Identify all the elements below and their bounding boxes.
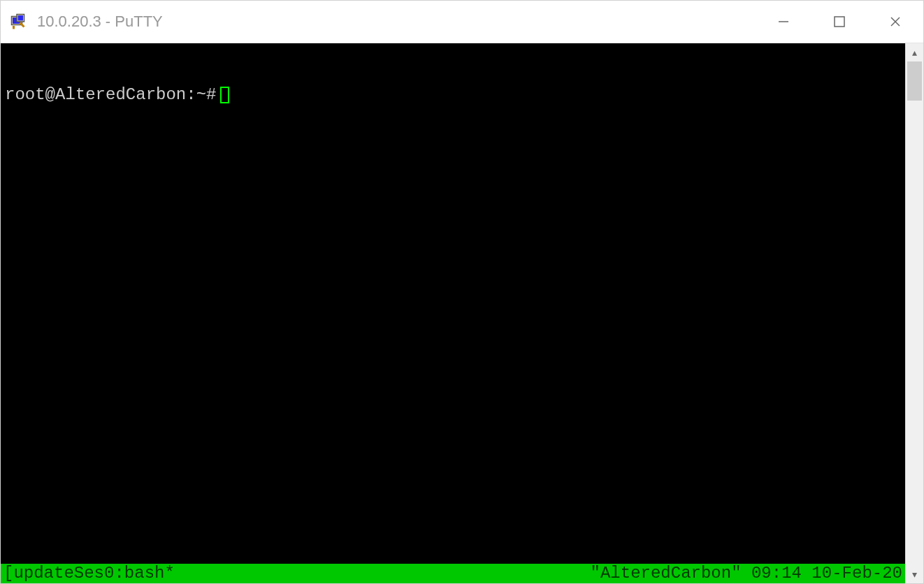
close-button[interactable] xyxy=(867,1,923,43)
status-right: "AlteredCarbon" 09:14 10-Feb-20 xyxy=(591,564,902,583)
shell-prompt: root@AlteredCarbon:~# xyxy=(5,85,216,105)
terminal[interactable]: root@AlteredCarbon:~# [updateSes0:bash* … xyxy=(1,43,905,583)
tmux-statusbar: [updateSes0:bash* "AlteredCarbon" 09:14 … xyxy=(1,564,905,583)
scroll-up-button[interactable]: ▴ xyxy=(906,43,923,61)
window-title: 10.0.20.3 - PuTTY xyxy=(37,13,163,31)
scroll-track[interactable] xyxy=(906,61,923,565)
titlebar[interactable]: 10.0.20.3 - PuTTY xyxy=(1,1,923,43)
svg-rect-3 xyxy=(18,15,24,21)
scroll-down-button[interactable]: ▾ xyxy=(906,565,923,583)
vertical-scrollbar[interactable]: ▴ ▾ xyxy=(905,43,923,583)
maximize-button[interactable] xyxy=(811,1,867,43)
window-controls xyxy=(756,1,923,43)
svg-rect-7 xyxy=(835,17,844,27)
scroll-thumb[interactable] xyxy=(907,61,922,101)
putty-window: 10.0.20.3 - PuTTY root@AlteredCarbon:~# xyxy=(0,0,924,584)
status-left: [updateSes0:bash* xyxy=(3,564,175,583)
client-area: root@AlteredCarbon:~# [updateSes0:bash* … xyxy=(1,43,923,583)
terminal-body[interactable]: root@AlteredCarbon:~# xyxy=(1,43,905,564)
minimize-button[interactable] xyxy=(756,1,811,43)
prompt-line: root@AlteredCarbon:~# xyxy=(5,85,901,105)
putty-icon xyxy=(9,12,29,31)
terminal-cursor xyxy=(220,87,229,103)
svg-line-5 xyxy=(20,23,24,27)
